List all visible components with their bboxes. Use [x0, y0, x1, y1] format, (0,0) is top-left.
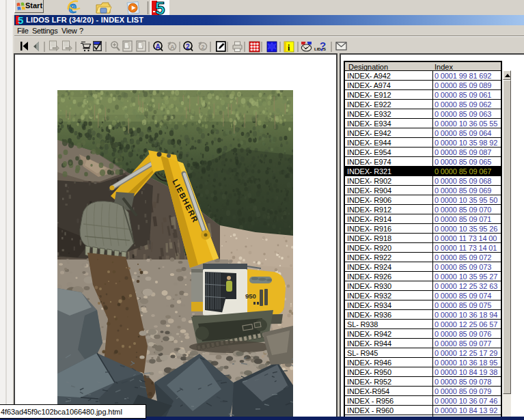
- svg-text:5: 5: [155, 0, 165, 15]
- svg-text:2: 2: [186, 43, 190, 51]
- svg-text:S: S: [323, 47, 326, 51]
- svg-text:A: A: [170, 44, 175, 51]
- svg-text:5: 5: [18, 15, 23, 25]
- svg-text:950: 950: [245, 292, 256, 300]
- svg-text:2: 2: [202, 44, 205, 51]
- svg-text:A: A: [155, 43, 160, 51]
